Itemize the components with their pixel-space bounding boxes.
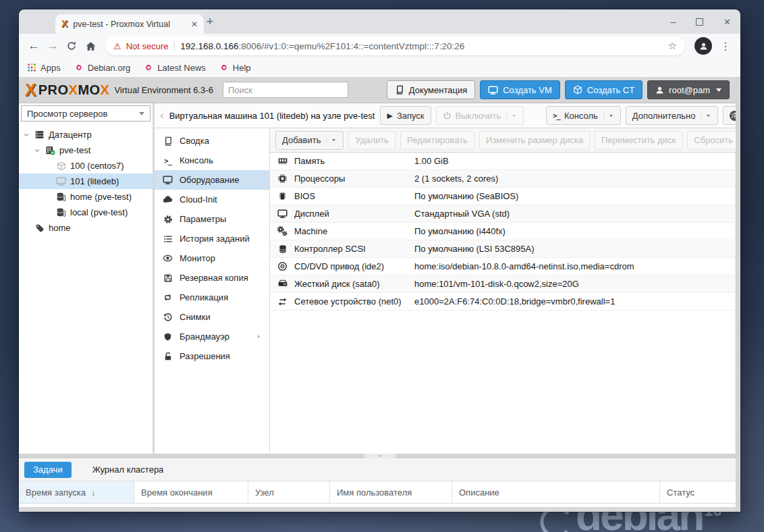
bottom-tabs: Задачи Журнал кластера	[19, 458, 740, 481]
tree-item-vm-101[interactable]: 101 (litedeb)	[19, 174, 153, 189]
tree-item-vm-100[interactable]: 100 (centos7)	[19, 158, 153, 174]
minimize-button[interactable]: –	[670, 17, 676, 26]
add-button[interactable]: Добавить	[275, 131, 344, 150]
bookmark-star-icon[interactable]: ☆	[668, 40, 677, 52]
collapse-icon[interactable]	[22, 132, 30, 138]
collapse-icon[interactable]	[32, 147, 41, 154]
menu-item-label: Снимки	[180, 312, 211, 322]
hardware-label: CD/DVD привод (ide2)	[290, 261, 414, 271]
menu-item-replication[interactable]: Репликация	[155, 288, 269, 307]
tree-item-storage-home[interactable]: home (pve-test)	[19, 189, 153, 205]
memory-icon	[275, 156, 290, 166]
edit-button[interactable]: Редактировать	[400, 131, 474, 150]
hardware-row-display[interactable]: ДисплейСтандартный VGA (std)	[270, 205, 735, 223]
menu-item-snapshots[interactable]: Снимки	[155, 307, 269, 327]
hardware-value: e1000=2A:F6:74:C0:0D:18,bridge=vmbr0,fir…	[414, 296, 615, 307]
bookmark-label: Debian.org	[88, 63, 131, 73]
documentation-button[interactable]: Документация	[387, 80, 476, 99]
menu-item-task-history[interactable]: История заданий	[155, 229, 269, 248]
bookmark-help[interactable]: Help	[219, 63, 251, 73]
bookmark-apps[interactable]: Apps	[27, 63, 61, 73]
column-header-node[interactable]: Узел	[248, 481, 330, 503]
reload-icon[interactable]	[62, 36, 81, 55]
panel-splitter[interactable]	[19, 454, 740, 458]
tree-item-label: pve-test	[59, 145, 90, 155]
revert-button[interactable]: Сбросить	[687, 131, 740, 150]
page-scrollbar-gutter[interactable]	[736, 103, 740, 512]
create-vm-button[interactable]: Создать VM	[480, 80, 560, 99]
hardware-row-cdrom-drive[interactable]: CD/DVD привод (ide2)home:iso/debian-10.8…	[270, 258, 735, 275]
column-header-username[interactable]: Имя пользователя	[330, 481, 452, 503]
column-header-end-time[interactable]: Время окончания	[134, 481, 248, 503]
bookmark-label: Latest News	[157, 63, 206, 73]
tab-cluster-log[interactable]: Журнал кластера	[84, 462, 173, 478]
create-ct-button[interactable]: Создать CT	[565, 80, 643, 99]
tree-item-storage-local[interactable]: local (pve-test)	[19, 205, 153, 220]
start-button[interactable]: ▶Запуск	[380, 106, 431, 125]
tree-item-label: home (pve-test)	[70, 192, 132, 202]
search-input[interactable]	[223, 82, 348, 98]
hardware-row-scsi-controller[interactable]: Контроллер SCSIПо умолчанию (LSI 53C895A…	[270, 240, 735, 258]
forward-icon[interactable]: →	[43, 36, 62, 55]
hardware-row-network-device[interactable]: Сетевое устройство (net0)e1000=2A:F6:74:…	[270, 293, 735, 311]
tab-close-icon[interactable]: ✕	[191, 20, 198, 29]
tree-item-node-pve-test[interactable]: pve-test	[19, 142, 153, 158]
column-header-status[interactable]: Статус	[660, 481, 740, 503]
menu-item-hardware[interactable]: Оборудование	[155, 170, 269, 190]
tree-item-datacenter[interactable]: Датацентр	[19, 127, 153, 142]
column-header-start-time[interactable]: Время запуска↓	[19, 481, 134, 503]
not-secure-label[interactable]: Not secure	[126, 41, 169, 51]
more-button[interactable]: Дополнительно	[626, 106, 719, 125]
menu-item-firewall[interactable]: Брандмауэр	[155, 327, 269, 346]
profile-avatar[interactable]	[694, 37, 712, 55]
hardware-row-bios[interactable]: BIOSПо умолчанию (SeaBIOS)	[270, 188, 735, 205]
view-selector-dropdown[interactable]: Просмотр серверов	[21, 105, 151, 122]
hardware-row-hard-disk[interactable]: Жесткий диск (sata0)home:101/vm-101-disk…	[270, 275, 735, 293]
floppy-icon	[162, 273, 173, 283]
menu-item-permissions[interactable]: Разрешения	[155, 346, 269, 366]
menu-item-summary[interactable]: Сводка	[155, 131, 269, 151]
home-icon[interactable]	[81, 36, 100, 55]
bookmark-debian-org[interactable]: Debian.org	[74, 63, 131, 73]
address-bar[interactable]: ⚠ Not secure | 192.168.0.166:8006/#v1:0:…	[105, 36, 685, 55]
shutdown-button[interactable]: Выключить	[436, 106, 524, 125]
repeat-icon	[162, 292, 173, 302]
node-icon	[45, 145, 56, 155]
documentation-label: Документация	[409, 85, 468, 95]
close-button[interactable]: ✕	[724, 17, 731, 27]
bookmarks-bar: Apps Debian.org Latest News Help	[19, 58, 740, 77]
proxmox-header: X PROXMOX Virtual Environment 6.3-6 Доку…	[19, 77, 740, 103]
back-icon[interactable]: ←	[24, 36, 43, 55]
splitter-handle[interactable]	[364, 454, 395, 458]
menu-item-monitor[interactable]: Монитор	[155, 248, 269, 268]
remove-button[interactable]: Удалить	[348, 131, 395, 150]
user-menu-button[interactable]: root@pam	[647, 80, 730, 99]
hardware-row-processors[interactable]: Процессоры2 (1 sockets, 2 cores)	[270, 170, 735, 188]
move-disk-button[interactable]: Переместить диск	[595, 131, 682, 150]
url-text[interactable]: 192.168.0.166:8006/#v1:0:=qemu%2F101:4::…	[180, 41, 663, 51]
console-button[interactable]: >_Консоль	[546, 106, 621, 125]
menu-item-backup[interactable]: Резервная копия	[155, 268, 269, 288]
maximize-button[interactable]	[696, 18, 703, 26]
bookmark-latest-news[interactable]: Latest News	[144, 63, 206, 73]
hardware-label: Жесткий диск (sata0)	[290, 279, 414, 289]
column-header-description[interactable]: Описание	[452, 481, 660, 503]
hardware-row-memory[interactable]: Память1.00 GiB	[270, 153, 735, 170]
resource-tree: Датацентрpve-test100 (centos7)101 (lited…	[19, 124, 153, 236]
tree-item-pool-home[interactable]: home	[19, 220, 153, 236]
caret-down-icon	[506, 113, 517, 119]
browser-menu-icon[interactable]: ⋮	[716, 40, 735, 53]
browser-tab[interactable]: X pve-test - Proxmox Virtual ✕	[55, 14, 204, 34]
menu-item-cloud-init[interactable]: Cloud-Init	[155, 190, 269, 209]
tab-tasks[interactable]: Задачи	[24, 462, 72, 478]
eye-icon	[162, 253, 173, 263]
chevron-left-icon[interactable]: ‹	[160, 109, 164, 122]
new-tab-button[interactable]: +	[201, 13, 219, 30]
proxmox-page: X PROXMOX Virtual Environment 6.3-6 Доку…	[19, 77, 740, 512]
menu-item-console[interactable]: >_Консоль	[155, 151, 269, 170]
hardware-value: home:101/vm-101-disk-0.qcow2,size=20G	[414, 279, 579, 289]
chevron-right-icon[interactable]: ›	[730, 109, 734, 122]
hardware-row-machine[interactable]: MachineПо умолчанию (i440fx)	[270, 223, 735, 240]
resize-disk-button[interactable]: Изменить размер диска	[479, 131, 590, 150]
menu-item-options[interactable]: Параметры	[155, 209, 269, 229]
